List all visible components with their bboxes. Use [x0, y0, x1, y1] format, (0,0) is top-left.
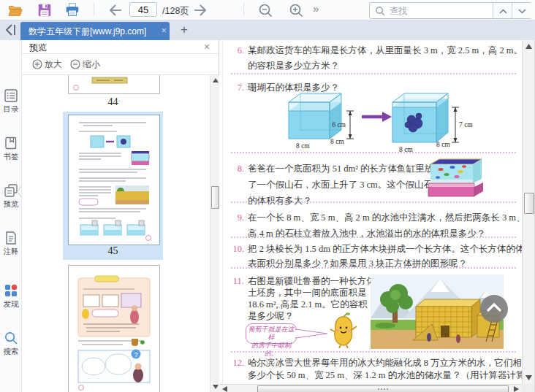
- problem-number: 9.: [227, 210, 244, 226]
- sidebar-label: 目录: [0, 104, 22, 115]
- preview-panel-header: 预览 ×: [22, 40, 219, 54]
- dotted-separator: [231, 351, 516, 353]
- back-to-top-button[interactable]: [480, 295, 508, 323]
- zoom-in-label: 放大: [45, 59, 62, 69]
- zoom-out-button[interactable]: [257, 2, 273, 18]
- problem-text-line: 的容积是多少立方米？: [248, 58, 532, 74]
- problem-text-line: 土坯房，其中一间的底面积是: [248, 287, 376, 299]
- scroll-down-arrow-icon[interactable]: [213, 385, 219, 389]
- sidebar-label: 注释: [0, 247, 22, 257]
- toolbar-divider: [243, 3, 244, 16]
- sidebar-item-annotations[interactable]: 注释: [0, 231, 22, 257]
- zoom-in-button[interactable]: [288, 2, 304, 18]
- find-input[interactable]: [388, 4, 492, 18]
- svg-text:8 cm: 8 cm: [296, 142, 310, 150]
- toolbar-divider: [94, 3, 94, 16]
- problem-number: 7.: [227, 80, 244, 96]
- scroll-left-arrow-icon[interactable]: [222, 386, 227, 392]
- active-panel-pointer-icon: [17, 185, 22, 198]
- save-floppy-icon: [37, 2, 53, 18]
- search-icon: [375, 6, 385, 16]
- preview-zoom-toolbar: 放大 缩小: [22, 54, 219, 75]
- magnifier-minus-icon: [257, 2, 273, 18]
- tab-document[interactable]: 数学五年级下册[www.j9p.com] ×: [20, 22, 170, 40]
- dotted-separator: [231, 73, 516, 74]
- circle-plus-icon: [32, 59, 42, 69]
- bookmark-book-icon: [4, 136, 18, 150]
- tab-close-icon[interactable]: ×: [161, 25, 167, 36]
- thumbnail-page-46[interactable]: ?: [68, 265, 160, 392]
- problem-text-line: 高 4 m 的石柱立着放入池中，水池溢出的水的体积是多少？: [248, 226, 535, 242]
- scroll-up-arrow-icon[interactable]: [525, 44, 532, 49]
- preview-close-icon[interactable]: ×: [204, 41, 210, 53]
- new-tab-button[interactable]: +: [177, 23, 191, 37]
- print-button[interactable]: [64, 2, 80, 18]
- chevron-down-icon: [518, 9, 526, 14]
- speech-bubble: 葡萄干就是在这样 的房子中晾制的。: [246, 323, 297, 344]
- more-tools-button[interactable]: »: [313, 2, 319, 15]
- problem-number: 10.: [227, 242, 244, 256]
- magnifier-plus-icon: [288, 2, 304, 18]
- horizontal-scroll-thumb[interactable]: [257, 385, 509, 392]
- next-page-button[interactable]: [192, 2, 208, 18]
- page-44-sketch: [69, 75, 159, 93]
- problem-10: 10. 把 2 块棱长为 1.5 dm 的正方体木块拼成一个长方体。这个长方体的…: [227, 242, 535, 271]
- dotted-separator: [231, 267, 516, 269]
- problem-text-line: 的体积有多大？: [248, 193, 433, 209]
- find-next-button[interactable]: [512, 3, 532, 18]
- find-previous-button[interactable]: [493, 3, 513, 18]
- vertical-scrollbar[interactable]: [522, 40, 534, 384]
- sidebar-item-bookmarks[interactable]: 书签: [0, 136, 22, 162]
- svg-text:7 cm: 7 cm: [459, 121, 473, 128]
- tab-title: 数学五年级下册[www.j9p.com]: [29, 26, 154, 38]
- problem-text-line: 右图是新疆吐鲁番的一种长方体: [248, 275, 376, 287]
- problem-text-line: 表面积分别是多少？如果是用 3 块正方体拼的图形呢？: [248, 256, 535, 271]
- thumbnail-zoom-out-button[interactable]: 缩小: [70, 58, 100, 70]
- problem-number: 12.: [227, 357, 244, 369]
- problem-text-line: 18.6 m², 高是 2.1 m。它的容积: [248, 299, 376, 310]
- catalog-list-icon: [4, 88, 18, 103]
- previous-page-button[interactable]: [107, 2, 124, 18]
- vertical-scroll-thumb[interactable]: [524, 193, 534, 214]
- problem-text-line: 了一个假山石，水面上升了 3 cm。这个假山石: [248, 177, 433, 193]
- preview-scrollbar[interactable]: [210, 75, 219, 392]
- page-number-input[interactable]: [129, 2, 157, 17]
- fish-tank-image: [428, 157, 483, 197]
- problem-number: 11.: [227, 275, 244, 287]
- thumbnail-page-45[interactable]: [68, 115, 160, 245]
- thumbnail-page-44[interactable]: [68, 75, 160, 94]
- save-button[interactable]: [37, 2, 53, 18]
- left-sidebar: 目录 书签 预览 注释 发现: [0, 40, 22, 392]
- aquarium-coral-diagram: 6 cm 8 cm 8 cm 7 cm 8 cm 8 cm: [280, 91, 493, 155]
- problem-text-line: 在一个长 8 m、宽 5 m、高 2 m 的水池中注满水，然后把两条长 3 m、…: [248, 210, 535, 226]
- tab-bar: 数学五年级下册[www.j9p.com] × +: [0, 20, 535, 40]
- tab-scroll-left-button[interactable]: [4, 23, 19, 36]
- svg-text:8 cm: 8 cm: [330, 138, 344, 145]
- problem-text-line: 爸爸在一个底面积为 51 dm² 的长方体鱼缸里放: [248, 161, 433, 177]
- annotation-page-icon: [4, 231, 18, 245]
- chevron-up-icon: [487, 302, 501, 312]
- svg-text:8 cm: 8 cm: [436, 141, 450, 148]
- main-toolbar: /128页 »: [0, 0, 535, 20]
- horizontal-scrollbar[interactable]: [219, 384, 522, 392]
- problem-number: 6.: [227, 43, 244, 58]
- sidebar-item-search[interactable]: 搜索: [0, 331, 22, 357]
- preview-scroll-thumb[interactable]: [211, 186, 219, 209]
- sidebar-item-discover[interactable]: 发现: [0, 283, 22, 310]
- thumbnail-zoom-in-button[interactable]: 放大: [32, 58, 62, 70]
- scroll-up-arrow-icon[interactable]: [213, 78, 219, 82]
- open-file-button[interactable]: [7, 2, 23, 18]
- dotted-separator: [231, 152, 516, 153]
- speech-bubble-line: 的房子中晾制的。: [246, 342, 296, 358]
- problem-12: 12. 哈尔滨冰雪大世界每年用的冰大约能融化成 8 万立方米的水，它们相当于 多…: [227, 357, 535, 382]
- preview-panel-title: 预览: [29, 42, 47, 54]
- scroll-right-arrow-icon[interactable]: [514, 386, 519, 392]
- page-total-label: /128页: [162, 5, 189, 18]
- scroll-down-arrow-icon[interactable]: [525, 375, 532, 380]
- dotted-separator: [231, 201, 516, 203]
- discover-grid-icon: [4, 283, 18, 298]
- scroll-grip-icon: [377, 388, 389, 391]
- thumbnail-page-number: 44: [63, 96, 163, 108]
- chevron-bar-left-icon: [4, 23, 19, 36]
- sidebar-item-catalog[interactable]: 目录: [0, 88, 22, 115]
